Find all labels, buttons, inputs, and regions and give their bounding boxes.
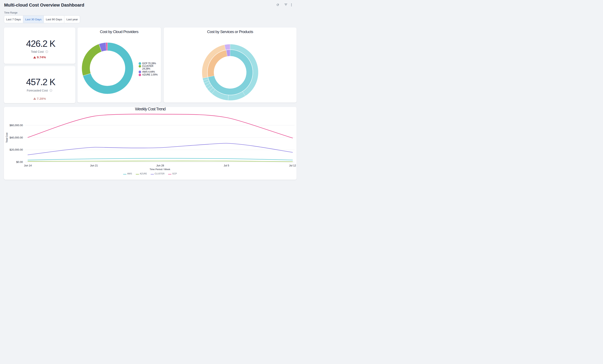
svg-text:AWS: AWS (127, 173, 132, 175)
svg-text:CLUSTER: CLUSTER (154, 173, 164, 175)
svg-text:GCP: GCP (172, 173, 177, 175)
svg-text:Jun 14: Jun 14 (24, 164, 32, 167)
svg-text:Jun 28: Jun 28 (156, 164, 164, 167)
svg-text:$40,000.00: $40,000.00 (10, 136, 23, 139)
svg-text:$60,000.00: $60,000.00 (10, 124, 23, 127)
svg-text:AZURE: AZURE (140, 173, 147, 175)
svg-text:Time Period / Week: Time Period / Week (150, 168, 170, 170)
svg-text:Jun 21: Jun 21 (90, 164, 98, 167)
svg-text:Jul 12: Jul 12 (289, 164, 296, 167)
svg-text:$0.00: $0.00 (16, 160, 23, 164)
svg-text:$20,000.00: $20,000.00 (10, 148, 23, 151)
svg-text:Total Cost: Total Cost (5, 133, 8, 143)
svg-text:Jul 5: Jul 5 (224, 164, 229, 167)
